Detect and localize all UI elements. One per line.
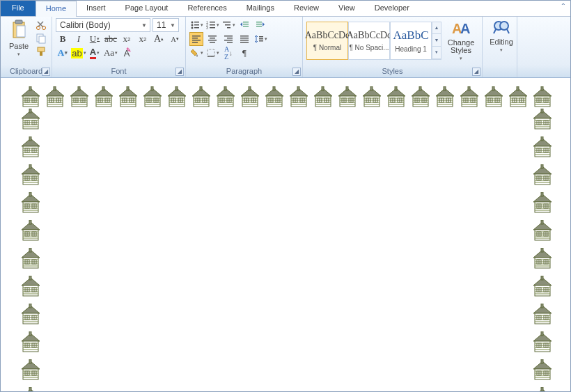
svg-rect-32 xyxy=(192,40,201,41)
text-effects-button[interactable]: A▾ xyxy=(56,46,70,60)
svg-rect-30 xyxy=(192,36,201,37)
sort-button[interactable]: AZ↓ xyxy=(221,46,235,60)
svg-rect-407 xyxy=(29,248,31,252)
borders-button[interactable]: ▾ xyxy=(205,46,219,60)
shrink-font-button[interactable]: A▾ xyxy=(168,32,182,46)
tab-review[interactable]: Review xyxy=(284,1,329,16)
svg-rect-18 xyxy=(210,24,215,26)
svg-rect-290 xyxy=(468,86,470,91)
dropdown-arrow-icon: ▾ xyxy=(17,52,20,57)
increase-indent-button[interactable] xyxy=(253,18,267,32)
multilevel-list-button[interactable]: ▾ xyxy=(221,18,235,32)
style-heading-1[interactable]: AaBbCHeading 1 xyxy=(390,22,432,60)
svg-rect-22 xyxy=(225,24,230,26)
house-icon xyxy=(457,86,482,109)
svg-rect-329 xyxy=(541,86,543,91)
tab-insert[interactable]: Insert xyxy=(77,1,116,16)
align-right-button[interactable] xyxy=(221,32,235,46)
dialog-launcher-icon[interactable]: ◢ xyxy=(292,68,301,76)
svg-rect-20 xyxy=(210,27,215,29)
house-icon xyxy=(19,109,43,131)
change-case-button[interactable]: Aa▾ xyxy=(104,46,118,60)
style-gallery-scroll[interactable]: ▲▼▾ xyxy=(432,22,441,60)
group-styles: AaBbCcDc¶ Normal AaBbCcDc¶ No Spaci... A… xyxy=(303,17,483,77)
group-label-font: Font xyxy=(56,66,182,77)
dialog-launcher-icon[interactable]: ◢ xyxy=(175,68,184,76)
tab-file[interactable]: File xyxy=(1,1,36,16)
tab-mailings[interactable]: Mailings xyxy=(237,1,284,16)
tab-bar: File Home Insert Page Layout References … xyxy=(1,1,570,17)
bold-button[interactable]: B xyxy=(56,32,70,46)
more-styles-icon[interactable]: ▾ xyxy=(432,47,441,59)
bullets-button[interactable]: ▾ xyxy=(189,18,203,32)
clear-formatting-button[interactable]: A✎ xyxy=(120,46,134,60)
highlight-button[interactable]: ab▾ xyxy=(72,46,86,60)
svg-rect-36 xyxy=(208,40,217,41)
svg-rect-39 xyxy=(227,38,233,39)
superscript-button[interactable]: x2 xyxy=(136,32,150,46)
scroll-up-icon[interactable]: ▲ xyxy=(432,22,441,35)
scroll-down-icon[interactable]: ▼ xyxy=(432,34,441,47)
dialog-launcher-icon[interactable]: ◢ xyxy=(42,68,50,76)
house-icon xyxy=(189,86,214,109)
house-icon xyxy=(19,86,43,109)
editing-button[interactable]: Editing ▾ xyxy=(486,18,517,53)
group-font: Calibri (Body)▼ 11▼ B I U▾ abc x2 x2 A▴ … xyxy=(52,17,186,77)
tab-references[interactable]: References xyxy=(178,1,236,16)
justify-button[interactable] xyxy=(237,32,251,46)
svg-rect-186 xyxy=(273,86,275,91)
document-area[interactable] xyxy=(1,78,570,392)
font-size-select[interactable]: 11▼ xyxy=(152,18,179,32)
svg-rect-303 xyxy=(492,86,494,91)
change-styles-button[interactable]: AA Change Styles ▾ xyxy=(444,19,478,61)
dialog-launcher-icon[interactable]: ◢ xyxy=(472,68,480,76)
house-icon xyxy=(531,109,555,131)
tab-view[interactable]: View xyxy=(329,1,365,16)
font-color-button[interactable]: A▾ xyxy=(88,46,102,60)
align-left-button[interactable] xyxy=(189,32,203,46)
house-icon xyxy=(238,86,263,109)
svg-rect-29 xyxy=(256,26,262,27)
house-icon xyxy=(19,359,43,382)
subscript-button[interactable]: x2 xyxy=(120,32,134,46)
font-name-select[interactable]: Calibri (Body)▼ xyxy=(56,18,150,32)
tab-page-layout[interactable]: Page Layout xyxy=(116,1,178,16)
paste-label: Paste xyxy=(9,42,29,50)
decrease-indent-button[interactable] xyxy=(237,18,251,32)
numbering-button[interactable]: 123▾ xyxy=(205,18,219,32)
font-size-value: 11 xyxy=(157,20,166,30)
svg-rect-576 xyxy=(541,304,543,308)
svg-rect-524 xyxy=(541,192,543,196)
svg-rect-31 xyxy=(192,38,198,39)
house-icon xyxy=(506,86,531,109)
house-icon xyxy=(531,86,555,109)
style-no-spacing[interactable]: AaBbCcDc¶ No Spaci... xyxy=(348,22,390,60)
svg-rect-24 xyxy=(243,22,249,23)
svg-rect-23 xyxy=(227,27,230,29)
svg-rect-368 xyxy=(29,164,31,168)
svg-rect-550 xyxy=(541,248,543,252)
minimize-ribbon-icon[interactable]: ˆ xyxy=(556,1,570,16)
align-center-button[interactable] xyxy=(205,32,219,46)
underline-button[interactable]: U▾ xyxy=(88,32,102,46)
house-icon xyxy=(19,164,43,187)
copy-icon[interactable] xyxy=(36,33,47,44)
italic-button[interactable]: I xyxy=(72,32,86,46)
format-painter-icon[interactable] xyxy=(36,46,47,57)
line-spacing-button[interactable]: ▾ xyxy=(253,32,267,46)
paste-button[interactable]: Paste ▾ xyxy=(4,18,33,57)
house-icon xyxy=(531,136,555,159)
cut-icon[interactable] xyxy=(36,19,47,31)
grow-font-button[interactable]: A▴ xyxy=(152,32,166,46)
shading-button[interactable]: ▾ xyxy=(189,46,203,60)
svg-rect-173 xyxy=(249,86,251,91)
svg-rect-147 xyxy=(200,86,202,91)
tab-home[interactable]: Home xyxy=(36,1,77,17)
style-normal[interactable]: AaBbCcDc¶ Normal xyxy=(306,22,348,60)
paste-icon xyxy=(9,19,29,40)
strikethrough-button[interactable]: abc xyxy=(104,32,118,46)
show-hide-button[interactable]: ¶ xyxy=(237,46,251,60)
tab-developer[interactable]: Developer xyxy=(365,1,419,16)
svg-text:A: A xyxy=(460,21,470,36)
house-icon xyxy=(92,86,116,109)
